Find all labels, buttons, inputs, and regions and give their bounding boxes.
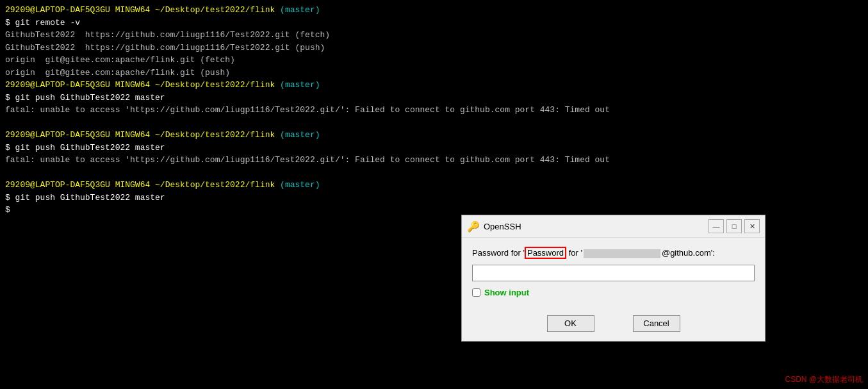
terminal-line: $ git push GithubTest2022 master bbox=[5, 192, 863, 204]
terminal-line bbox=[5, 117, 863, 129]
terminal-cursor: $ bbox=[5, 204, 10, 217]
openssh-icon: 🔑 bbox=[467, 220, 480, 233]
password-word-highlight: Password bbox=[525, 247, 566, 259]
prompt-user-path: 29209@LAPTOP-DAF5Q3GU MINGW64 ~/Desktop/… bbox=[5, 79, 275, 92]
masked-username bbox=[584, 249, 660, 258]
terminal-cmd: $ git push GithubTest2022 master bbox=[5, 142, 165, 154]
terminal-output: GithubTest2022 https://github.com/liugp1… bbox=[5, 42, 325, 54]
terminal-line: fatal: unable to access 'https://github.… bbox=[5, 104, 863, 117]
password-input[interactable] bbox=[472, 265, 755, 281]
password-label-for: for ' bbox=[566, 248, 582, 258]
dialog-controls: — □ ✕ bbox=[708, 219, 760, 233]
openssh-dialog: 🔑 OpenSSH — □ ✕ Password for 'Password f… bbox=[461, 215, 766, 342]
dialog-title-area: 🔑 OpenSSH bbox=[467, 220, 521, 233]
show-input-checkbox[interactable] bbox=[472, 288, 480, 297]
terminal-line: 29209@LAPTOP-DAF5Q3GU MINGW64 ~/Desktop/… bbox=[5, 179, 863, 192]
close-button[interactable]: ✕ bbox=[744, 219, 760, 233]
watermark-text: CSDN @大数据老司机 bbox=[785, 375, 863, 384]
password-label-suffix: @github.com': bbox=[662, 248, 715, 258]
terminal-line bbox=[5, 167, 863, 179]
dialog-titlebar: 🔑 OpenSSH — □ ✕ bbox=[462, 215, 765, 238]
prompt-user-path: 29209@LAPTOP-DAF5Q3GU MINGW64 ~/Desktop/… bbox=[5, 4, 275, 17]
prompt-user-path: 29209@LAPTOP-DAF5Q3GU MINGW64 ~/Desktop/… bbox=[5, 179, 275, 192]
terminal-line: origin git@gitee.com:apache/flink.git (f… bbox=[5, 54, 863, 67]
dialog-title-text: OpenSSH bbox=[484, 222, 521, 231]
maximize-button[interactable]: □ bbox=[726, 219, 742, 233]
minimize-button[interactable]: — bbox=[708, 219, 724, 233]
terminal-cmd: $ git push GithubTest2022 master bbox=[5, 92, 165, 104]
watermark: CSDN @大数据老司机 bbox=[785, 374, 863, 385]
terminal-cmd: $ git remote -v bbox=[5, 17, 80, 29]
prompt-branch: (master) bbox=[275, 4, 320, 17]
terminal-line: origin git@gitee.com:apache/flink.git (p… bbox=[5, 67, 863, 79]
password-input-wrapper bbox=[472, 265, 755, 281]
terminal-line: GithubTest2022 https://github.com/liugp1… bbox=[5, 29, 863, 42]
terminal-output: fatal: unable to access 'https://github.… bbox=[5, 104, 610, 117]
terminal-line: $ git remote -v bbox=[5, 17, 863, 29]
password-label: Password for 'Password for '@github.com'… bbox=[472, 248, 755, 258]
terminal-line: $ git push GithubTest2022 master bbox=[5, 92, 863, 104]
prompt-branch: (master) bbox=[275, 179, 320, 192]
terminal-line: GithubTest2022 https://github.com/liugp1… bbox=[5, 42, 863, 54]
show-input-label: Show input bbox=[484, 288, 529, 297]
dialog-body: Password for 'Password for '@github.com'… bbox=[462, 238, 765, 311]
terminal-output: origin git@gitee.com:apache/flink.git (p… bbox=[5, 67, 230, 79]
password-label-prefix: Password for ' bbox=[472, 248, 525, 258]
cancel-button[interactable]: Cancel bbox=[633, 315, 680, 332]
terminal-line: 29209@LAPTOP-DAF5Q3GU MINGW64 ~/Desktop/… bbox=[5, 4, 863, 17]
terminal-line: $ git push GithubTest2022 master bbox=[5, 142, 863, 154]
terminal-cmd: $ git push GithubTest2022 master bbox=[5, 192, 165, 204]
show-input-row: Show input bbox=[472, 288, 755, 297]
prompt-user-path: 29209@LAPTOP-DAF5Q3GU MINGW64 ~/Desktop/… bbox=[5, 129, 275, 142]
terminal-output: origin git@gitee.com:apache/flink.git (f… bbox=[5, 54, 235, 67]
prompt-branch: (master) bbox=[275, 129, 320, 142]
terminal-output: GithubTest2022 https://github.com/liugp1… bbox=[5, 29, 330, 42]
terminal-line: fatal: unable to access 'https://github.… bbox=[5, 154, 863, 167]
prompt-branch: (master) bbox=[275, 79, 320, 92]
terminal-output: fatal: unable to access 'https://github.… bbox=[5, 154, 610, 167]
dialog-footer: OK Cancel bbox=[462, 311, 765, 341]
terminal-line: 29209@LAPTOP-DAF5Q3GU MINGW64 ~/Desktop/… bbox=[5, 79, 863, 92]
ok-button[interactable]: OK bbox=[547, 315, 594, 332]
terminal-line: 29209@LAPTOP-DAF5Q3GU MINGW64 ~/Desktop/… bbox=[5, 129, 863, 142]
